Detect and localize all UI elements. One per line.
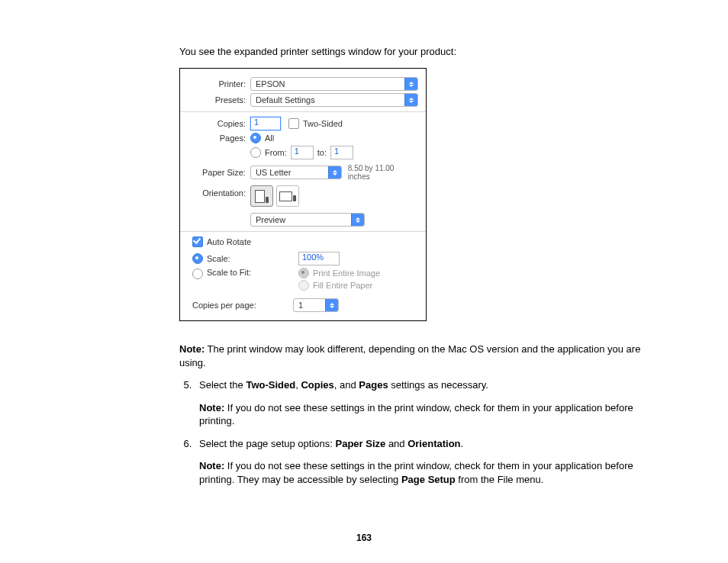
separator bbox=[180, 231, 426, 232]
print-entire-label: Print Entire Image bbox=[313, 269, 380, 278]
orientation-portrait-button[interactable] bbox=[250, 185, 273, 207]
printer-select[interactable]: EPSON bbox=[250, 77, 418, 91]
two-sided-checkbox[interactable] bbox=[288, 118, 299, 129]
printer-value: EPSON bbox=[256, 79, 285, 88]
scale-to-fit-label: Scale to Fit: bbox=[207, 268, 298, 277]
presets-label: Presets: bbox=[188, 95, 250, 105]
scale-to-fit-radio[interactable] bbox=[192, 269, 203, 279]
pages-from-label: From: bbox=[265, 148, 287, 157]
presets-value: Default Settings bbox=[256, 95, 315, 105]
stepper-icon bbox=[328, 166, 341, 179]
paper-size-select[interactable]: US Letter bbox=[250, 166, 342, 179]
copies-input[interactable]: 1 bbox=[250, 117, 281, 130]
printer-label: Printer: bbox=[188, 79, 250, 88]
panel-select[interactable]: Preview bbox=[250, 213, 365, 227]
scale-radio[interactable] bbox=[192, 253, 203, 264]
separator bbox=[180, 111, 426, 112]
auto-rotate-checkbox[interactable] bbox=[192, 236, 203, 247]
panel-value: Preview bbox=[256, 215, 285, 224]
portrait-icon bbox=[255, 190, 269, 203]
copies-per-page-value: 1 bbox=[298, 301, 303, 310]
note-1: Note: The print window may look differen… bbox=[179, 343, 644, 369]
pages-all-radio[interactable] bbox=[250, 133, 261, 143]
pages-all-label: All bbox=[265, 134, 274, 143]
scale-label: Scale: bbox=[207, 254, 298, 263]
stepper-icon bbox=[404, 94, 417, 106]
pages-from-input[interactable]: 1 bbox=[291, 146, 314, 159]
page-number: 163 bbox=[0, 532, 728, 543]
pages-label: Pages: bbox=[188, 134, 250, 143]
copies-per-page-select[interactable]: 1 bbox=[293, 298, 339, 312]
copies-per-page-label: Copies per page: bbox=[192, 301, 293, 310]
scale-input[interactable]: 100% bbox=[298, 252, 340, 265]
orientation-label: Orientation: bbox=[188, 185, 250, 198]
pages-to-label: to: bbox=[317, 148, 327, 157]
fill-entire-label: Fill Entire Paper bbox=[313, 281, 372, 290]
copies-label: Copies: bbox=[188, 119, 250, 128]
stepper-icon bbox=[325, 299, 338, 311]
landscape-icon bbox=[279, 191, 296, 201]
stepper-icon bbox=[404, 78, 417, 90]
auto-rotate-label: Auto Rotate bbox=[207, 237, 251, 246]
step-6: Select the page setup options: Paper Siz… bbox=[195, 437, 644, 487]
print-entire-radio bbox=[298, 268, 309, 278]
presets-select[interactable]: Default Settings bbox=[250, 93, 418, 107]
print-dialog: Printer: EPSON Presets: Default Settings… bbox=[179, 68, 427, 321]
pages-from-radio[interactable] bbox=[250, 147, 261, 158]
fill-entire-radio bbox=[298, 280, 309, 291]
paper-size-label: Paper Size: bbox=[188, 168, 250, 177]
paper-size-value: US Letter bbox=[256, 168, 291, 177]
step-5: Select the Two-Sided, Copies, and Pages … bbox=[195, 378, 644, 428]
two-sided-label: Two-Sided bbox=[303, 119, 343, 128]
pages-to-input[interactable]: 1 bbox=[330, 146, 353, 159]
intro-text: You see the expanded printer settings wi… bbox=[179, 46, 644, 57]
paper-size-dims: 8.50 by 11.00 inches bbox=[348, 164, 418, 181]
stepper-icon bbox=[351, 214, 364, 226]
orientation-landscape-button[interactable] bbox=[276, 185, 299, 207]
